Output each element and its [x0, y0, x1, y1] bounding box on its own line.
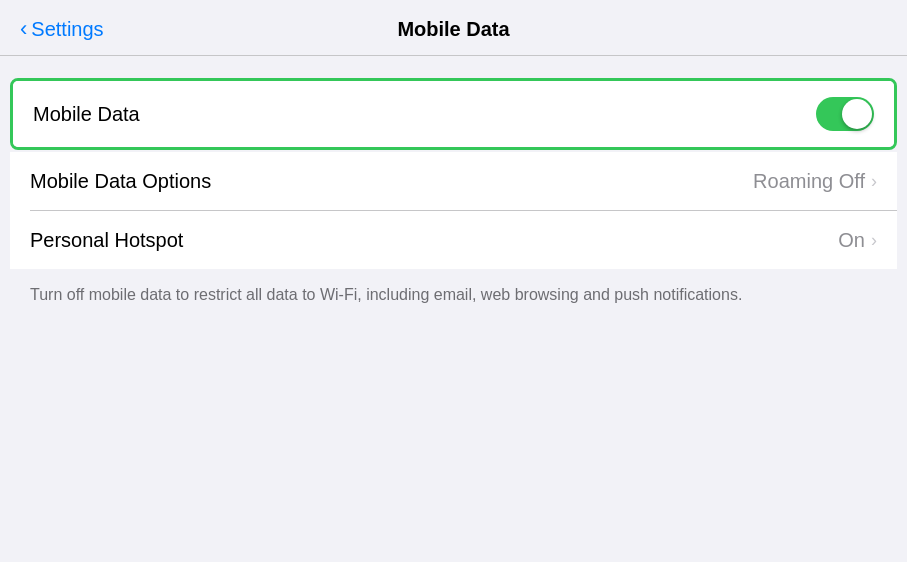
back-label: Settings [31, 18, 103, 41]
mobile-data-options-row[interactable]: Mobile Data Options Roaming Off › [10, 152, 897, 210]
mobile-data-section: Mobile Data [10, 78, 897, 150]
personal-hotspot-value-group: On › [838, 229, 877, 252]
personal-hotspot-row[interactable]: Personal Hotspot On › [10, 211, 897, 269]
toggle-knob [842, 99, 872, 129]
personal-hotspot-value: On [838, 229, 865, 252]
page-title: Mobile Data [397, 18, 509, 41]
mobile-data-toggle[interactable] [816, 97, 874, 131]
navigation-header: ‹ Settings Mobile Data [0, 0, 907, 56]
chevron-right-icon: › [871, 171, 877, 192]
mobile-data-row: Mobile Data [13, 81, 894, 147]
mobile-data-options-value: Roaming Off [753, 170, 865, 193]
footer-description: Turn off mobile data to restrict all dat… [0, 269, 907, 321]
footer-text: Turn off mobile data to restrict all dat… [30, 286, 742, 303]
personal-hotspot-label: Personal Hotspot [30, 229, 183, 252]
mobile-data-label: Mobile Data [33, 103, 140, 126]
back-button[interactable]: ‹ Settings [20, 18, 104, 41]
back-chevron-icon: ‹ [20, 18, 27, 40]
chevron-right-icon-2: › [871, 230, 877, 251]
mobile-data-options-label: Mobile Data Options [30, 170, 211, 193]
top-spacer [0, 56, 907, 78]
options-section: Mobile Data Options Roaming Off › Person… [10, 152, 897, 269]
mobile-data-options-value-group: Roaming Off › [753, 170, 877, 193]
